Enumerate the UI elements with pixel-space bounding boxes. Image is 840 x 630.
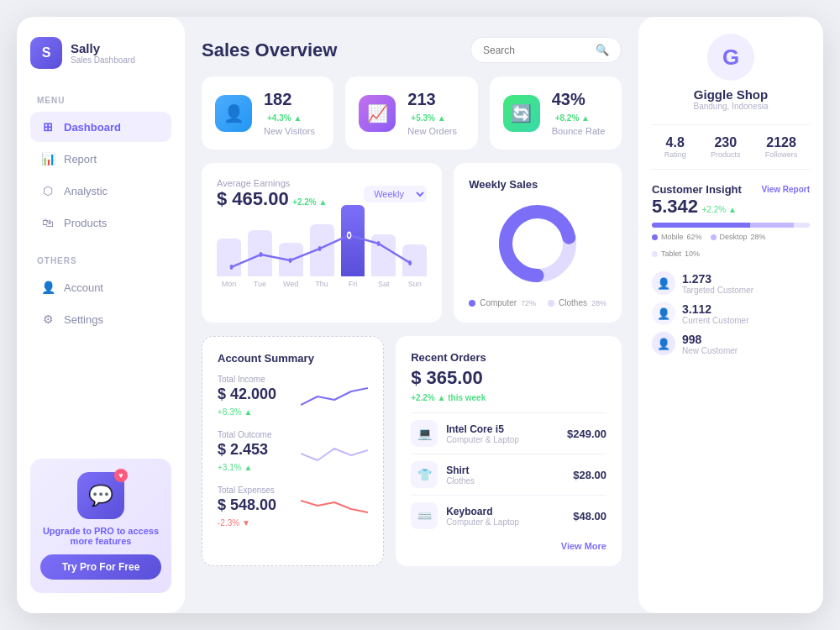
income-label: Total Income [218, 375, 276, 384]
bar-tue: Tue [248, 230, 272, 288]
shop-stat-followers: 2128 Followers [765, 135, 798, 159]
bar-mon: Mon [217, 239, 241, 288]
insight-legend: Mobile 62% Desktop 28% Tablet 10% [652, 233, 810, 258]
dashboard-icon: ⊞ [40, 119, 55, 134]
sidebar-item-products[interactable]: 🛍 Products [30, 207, 171, 238]
upgrade-button[interactable]: Try Pro For Free [40, 554, 161, 580]
bounce-label: Bounce Rate [552, 126, 608, 136]
legend-clothes: Clothes 28% [548, 298, 606, 307]
order-item-keyboard: ⌨️ Keyboard Computer & Laptop $48.00 [411, 495, 606, 536]
bar-fri: Fri [341, 205, 365, 288]
weekly-sales-title: Weekly Sales [469, 178, 606, 191]
expenses-badge: -2.3% ▼ [218, 518, 250, 528]
avatar: S [30, 37, 62, 69]
sidebar-item-analytic[interactable]: ⬡ Analystic [30, 176, 171, 206]
period-select[interactable]: Weekly Monthly Yearly [364, 186, 427, 202]
sidebar-item-dashboard[interactable]: ⊞ Dashboard [30, 112, 171, 142]
keyboard-icon: ⌨️ [411, 502, 438, 529]
summary-expenses: Total Expenses $ 548.00 -2.3% ▼ [218, 486, 368, 529]
earnings-label: Average Earnings [217, 178, 327, 188]
order-item-shirt: 👕 Shirt Clothes $28.00 [411, 454, 606, 495]
sidebar-item-report[interactable]: 📊 Report [30, 144, 171, 174]
shop-location: Bandung, Indonesia [652, 102, 810, 111]
tablet-legend-pct: 10% [685, 249, 700, 258]
shop-stat-products: 230 Products [711, 135, 741, 159]
order-info-shirt: Shirt Clothes [446, 465, 564, 486]
bar-thu: Thu [310, 224, 334, 288]
insight-header: Customer Insight View Report [652, 183, 810, 196]
shop-stat-rating: 4.8 Rating [664, 135, 686, 159]
sidebar-item-account[interactable]: 👤 Account [30, 272, 171, 302]
bounce-icon: 🔄 [503, 95, 540, 132]
keyboard-price: $48.00 [573, 510, 606, 522]
upgrade-text: Upgrade to PRO to access more features [40, 526, 161, 546]
stat-card-orders: 📈 213 +5.3% ▲ New Orders [345, 76, 477, 150]
shirt-price: $28.00 [573, 469, 606, 481]
visitors-badge: +4.3% ▲ [267, 113, 302, 123]
shop-avatar: G [707, 34, 754, 81]
new-label: New Customer [682, 346, 738, 355]
sidebar-item-settings[interactable]: ⚙ Settings [30, 304, 171, 334]
followers-value: 2128 [765, 135, 798, 150]
targeted-label: Targeted Customer [682, 286, 753, 295]
heart-badge: ♥ [114, 469, 128, 482]
analytic-icon: ⬡ [40, 183, 55, 198]
desktop-dot [711, 234, 717, 240]
sidebar-item-label: Products [64, 217, 107, 229]
orders-number: 213 [407, 90, 435, 108]
legend-pct: 28% [591, 299, 606, 307]
bottom-row: Account Summary Total Income $ 42.000 +8… [202, 336, 622, 566]
user-name: Sally [71, 41, 135, 55]
settings-icon: ⚙ [40, 312, 55, 327]
mobile-segment [652, 223, 750, 228]
tablet-legend-label: Tablet [661, 249, 681, 258]
upgrade-icon: ♥ [77, 472, 124, 519]
view-more-link[interactable]: View More [411, 541, 606, 551]
new-value: 998 [682, 333, 738, 346]
main-content: Sales Overview 🔍 👤 182 +4.3% ▲ New Visit… [185, 17, 638, 613]
cpu-name: Intel Core i5 [446, 423, 559, 435]
search-input[interactable] [483, 45, 591, 56]
income-chart [301, 381, 368, 412]
cpu-price: $249.00 [567, 428, 606, 440]
current-customer-row: 👤 3.112 Current Customer [652, 302, 810, 325]
stat-card-bounce: 🔄 43% +8.2% ▲ Bounce Rate [490, 76, 622, 150]
upgrade-card: ♥ Upgrade to PRO to access more features… [30, 459, 171, 593]
rating-value: 4.8 [664, 135, 686, 150]
sidebar-item-label: Analystic [64, 185, 108, 197]
shirt-name: Shirt [446, 465, 564, 476]
summary-income: Total Income $ 42.000 +8.3% ▲ [218, 375, 368, 418]
expenses-amount: $ 548.00 [218, 496, 276, 514]
earnings-amount: $ 465.00 [217, 188, 289, 209]
income-amount: $ 42.000 [218, 386, 276, 403]
sidebar-item-label: Report [64, 153, 97, 165]
mobile-legend-pct: 62% [687, 233, 702, 241]
orders-total: $ 365.00 [411, 367, 606, 389]
visitors-number: 182 [264, 90, 291, 108]
stat-card-visitors: 👤 182 +4.3% ▲ New Visitors [202, 76, 333, 150]
summary-outcome: Total Outcome $ 2.453 +3.1% ▲ [218, 430, 368, 474]
current-label: Current Customer [682, 316, 748, 325]
insight-number: 5.342 [652, 196, 698, 217]
outcome-amount: $ 2.453 [218, 441, 271, 459]
sidebar-item-label: Dashboard [64, 121, 121, 134]
order-item-cpu: 💻 Intel Core i5 Computer & Laptop $249.0… [411, 412, 606, 454]
view-report-link[interactable]: View Report [761, 185, 810, 194]
order-info-cpu: Intel Core i5 Computer & Laptop [446, 423, 559, 444]
right-panel: G Giggle Shop Bandung, Indonesia 4.8 Rat… [638, 17, 823, 613]
legend-computer: Computer 72% [469, 298, 536, 307]
donut-chart: Computer 72% Clothes 28% [469, 197, 606, 307]
bar-sun: Sun [402, 244, 427, 288]
svg-point-9 [514, 220, 561, 267]
income-badge: +8.3% ▲ [218, 407, 252, 417]
legend-label: Clothes [559, 298, 587, 307]
bar-sat: Sat [371, 234, 396, 288]
expenses-chart [301, 492, 368, 522]
tablet-legend: Tablet 10% [652, 249, 700, 258]
current-icon: 👤 [652, 302, 675, 325]
weekly-sales-card: Weekly Sales Computer 72% [454, 163, 622, 323]
donut-svg [491, 197, 584, 290]
visitors-icon: 👤 [215, 95, 252, 132]
account-icon: 👤 [40, 280, 55, 295]
earnings-badge: +2.2% ▲ [292, 197, 327, 207]
